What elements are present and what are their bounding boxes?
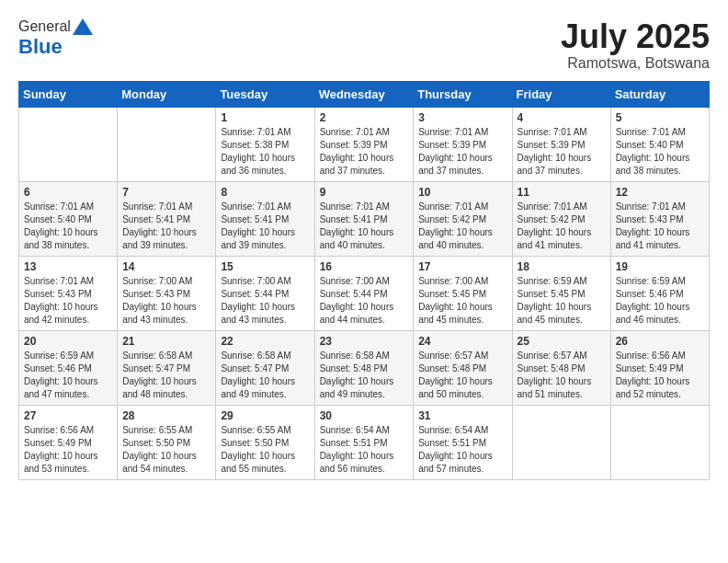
day-detail: Sunrise: 6:55 AM Sunset: 5:50 PM Dayligh… — [122, 424, 210, 476]
day-detail: Sunrise: 7:01 AM Sunset: 5:38 PM Dayligh… — [221, 126, 309, 178]
calendar-cell: 21Sunrise: 6:58 AM Sunset: 5:47 PM Dayli… — [118, 330, 216, 405]
day-number: 26 — [616, 335, 704, 348]
day-detail: Sunrise: 6:55 AM Sunset: 5:50 PM Dayligh… — [221, 424, 309, 476]
page-title: July 2025 — [561, 18, 710, 55]
day-detail: Sunrise: 6:58 AM Sunset: 5:47 PM Dayligh… — [221, 350, 309, 401]
calendar-cell: 28Sunrise: 6:55 AM Sunset: 5:50 PM Dayli… — [118, 405, 216, 479]
day-number: 24 — [418, 335, 506, 348]
calendar-day-header: Tuesday — [216, 81, 314, 107]
day-number: 21 — [122, 335, 210, 348]
calendar-week-row: 13Sunrise: 7:01 AM Sunset: 5:43 PM Dayli… — [19, 256, 710, 330]
calendar-week-row: 20Sunrise: 6:59 AM Sunset: 5:46 PM Dayli… — [19, 330, 710, 405]
calendar-cell: 23Sunrise: 6:58 AM Sunset: 5:48 PM Dayli… — [314, 330, 414, 405]
calendar-cell — [19, 107, 118, 181]
day-number: 10 — [418, 186, 506, 199]
day-detail: Sunrise: 7:01 AM Sunset: 5:43 PM Dayligh… — [616, 201, 704, 252]
day-detail: Sunrise: 7:01 AM Sunset: 5:43 PM Dayligh… — [24, 275, 112, 327]
day-detail: Sunrise: 7:01 AM Sunset: 5:40 PM Dayligh… — [616, 126, 704, 178]
day-number: 6 — [24, 186, 112, 199]
calendar-cell: 30Sunrise: 6:54 AM Sunset: 5:51 PM Dayli… — [314, 405, 414, 479]
day-number: 18 — [518, 260, 606, 273]
day-detail: Sunrise: 7:01 AM Sunset: 5:41 PM Dayligh… — [221, 201, 309, 252]
calendar-day-header: Sunday — [19, 81, 118, 107]
day-number: 31 — [418, 409, 506, 422]
calendar-cell: 27Sunrise: 6:56 AM Sunset: 5:49 PM Dayli… — [19, 405, 118, 479]
day-number: 30 — [320, 409, 409, 422]
day-detail: Sunrise: 6:57 AM Sunset: 5:48 PM Dayligh… — [418, 350, 506, 401]
calendar-week-row: 1Sunrise: 7:01 AM Sunset: 5:38 PM Daylig… — [19, 107, 710, 181]
calendar-cell: 3Sunrise: 7:01 AM Sunset: 5:39 PM Daylig… — [414, 107, 512, 181]
day-detail: Sunrise: 6:58 AM Sunset: 5:48 PM Dayligh… — [320, 350, 409, 401]
page-subtitle: Ramotswa, Botswana — [561, 55, 710, 72]
day-number: 12 — [616, 186, 704, 199]
day-detail: Sunrise: 7:01 AM Sunset: 5:39 PM Dayligh… — [418, 126, 506, 178]
calendar-cell: 18Sunrise: 6:59 AM Sunset: 5:45 PM Dayli… — [512, 256, 610, 330]
day-detail: Sunrise: 6:54 AM Sunset: 5:51 PM Dayligh… — [418, 424, 506, 476]
calendar-cell: 6Sunrise: 7:01 AM Sunset: 5:40 PM Daylig… — [19, 181, 118, 256]
day-number: 20 — [24, 335, 112, 348]
calendar-cell: 15Sunrise: 7:00 AM Sunset: 5:44 PM Dayli… — [216, 256, 314, 330]
calendar-cell: 7Sunrise: 7:01 AM Sunset: 5:41 PM Daylig… — [118, 181, 216, 256]
day-number: 14 — [122, 260, 210, 273]
day-detail: Sunrise: 7:00 AM Sunset: 5:44 PM Dayligh… — [320, 275, 409, 327]
calendar-cell: 8Sunrise: 7:01 AM Sunset: 5:41 PM Daylig… — [216, 181, 314, 256]
calendar-cell: 16Sunrise: 7:00 AM Sunset: 5:44 PM Dayli… — [314, 256, 414, 330]
calendar-cell: 31Sunrise: 6:54 AM Sunset: 5:51 PM Dayli… — [414, 405, 512, 479]
calendar-cell: 20Sunrise: 6:59 AM Sunset: 5:46 PM Dayli… — [19, 330, 118, 405]
calendar-cell: 19Sunrise: 6:59 AM Sunset: 5:46 PM Dayli… — [610, 256, 709, 330]
calendar-cell: 13Sunrise: 7:01 AM Sunset: 5:43 PM Dayli… — [19, 256, 118, 330]
logo-general: General — [18, 18, 71, 35]
day-detail: Sunrise: 6:56 AM Sunset: 5:49 PM Dayligh… — [616, 350, 704, 401]
day-number: 3 — [418, 111, 506, 124]
day-number: 28 — [122, 409, 210, 422]
day-number: 2 — [320, 111, 409, 124]
day-number: 16 — [320, 260, 409, 273]
calendar-cell: 10Sunrise: 7:01 AM Sunset: 5:42 PM Dayli… — [414, 181, 512, 256]
day-detail: Sunrise: 7:01 AM Sunset: 5:40 PM Dayligh… — [24, 201, 112, 252]
day-detail: Sunrise: 6:57 AM Sunset: 5:48 PM Dayligh… — [518, 350, 606, 401]
day-number: 25 — [518, 335, 606, 348]
day-number: 5 — [616, 111, 704, 124]
day-detail: Sunrise: 7:01 AM Sunset: 5:41 PM Dayligh… — [320, 201, 409, 252]
day-number: 29 — [221, 409, 309, 422]
day-detail: Sunrise: 6:58 AM Sunset: 5:47 PM Dayligh… — [122, 350, 210, 401]
calendar-cell: 5Sunrise: 7:01 AM Sunset: 5:40 PM Daylig… — [610, 107, 709, 181]
svg-marker-0 — [73, 18, 93, 35]
calendar-cell: 29Sunrise: 6:55 AM Sunset: 5:50 PM Dayli… — [216, 405, 314, 479]
logo-icon — [73, 18, 93, 35]
calendar-header-row: SundayMondayTuesdayWednesdayThursdayFrid… — [19, 81, 710, 107]
day-detail: Sunrise: 6:54 AM Sunset: 5:51 PM Dayligh… — [320, 424, 409, 476]
calendar-cell — [610, 405, 709, 479]
page-header: General Blue July 2025 Ramotswa, Botswan… — [18, 18, 710, 72]
calendar-table: SundayMondayTuesdayWednesdayThursdayFrid… — [18, 81, 710, 480]
day-detail: Sunrise: 7:00 AM Sunset: 5:43 PM Dayligh… — [122, 275, 210, 327]
day-number: 19 — [616, 260, 704, 273]
day-number: 11 — [518, 186, 606, 199]
calendar-cell: 12Sunrise: 7:01 AM Sunset: 5:43 PM Dayli… — [610, 181, 709, 256]
calendar-cell — [512, 405, 610, 479]
day-number: 15 — [221, 260, 309, 273]
calendar-cell: 9Sunrise: 7:01 AM Sunset: 5:41 PM Daylig… — [314, 181, 414, 256]
day-detail: Sunrise: 7:01 AM Sunset: 5:42 PM Dayligh… — [518, 201, 606, 252]
calendar-week-row: 27Sunrise: 6:56 AM Sunset: 5:49 PM Dayli… — [19, 405, 710, 479]
day-number: 22 — [221, 335, 309, 348]
day-number: 27 — [24, 409, 112, 422]
calendar-cell: 26Sunrise: 6:56 AM Sunset: 5:49 PM Dayli… — [610, 330, 709, 405]
calendar-cell: 14Sunrise: 7:00 AM Sunset: 5:43 PM Dayli… — [118, 256, 216, 330]
day-detail: Sunrise: 6:59 AM Sunset: 5:46 PM Dayligh… — [24, 350, 112, 401]
calendar-day-header: Monday — [118, 81, 216, 107]
day-detail: Sunrise: 7:01 AM Sunset: 5:39 PM Dayligh… — [320, 126, 409, 178]
day-number: 13 — [24, 260, 112, 273]
day-detail: Sunrise: 7:01 AM Sunset: 5:42 PM Dayligh… — [418, 201, 506, 252]
day-number: 7 — [122, 186, 210, 199]
calendar-cell: 11Sunrise: 7:01 AM Sunset: 5:42 PM Dayli… — [512, 181, 610, 256]
day-detail: Sunrise: 6:59 AM Sunset: 5:45 PM Dayligh… — [518, 275, 606, 327]
day-number: 8 — [221, 186, 309, 199]
day-detail: Sunrise: 7:01 AM Sunset: 5:39 PM Dayligh… — [518, 126, 606, 178]
calendar-cell: 24Sunrise: 6:57 AM Sunset: 5:48 PM Dayli… — [414, 330, 512, 405]
day-number: 23 — [320, 335, 409, 348]
day-detail: Sunrise: 7:00 AM Sunset: 5:45 PM Dayligh… — [418, 275, 506, 327]
day-number: 17 — [418, 260, 506, 273]
day-detail: Sunrise: 7:00 AM Sunset: 5:44 PM Dayligh… — [221, 275, 309, 327]
day-number: 1 — [221, 111, 309, 124]
